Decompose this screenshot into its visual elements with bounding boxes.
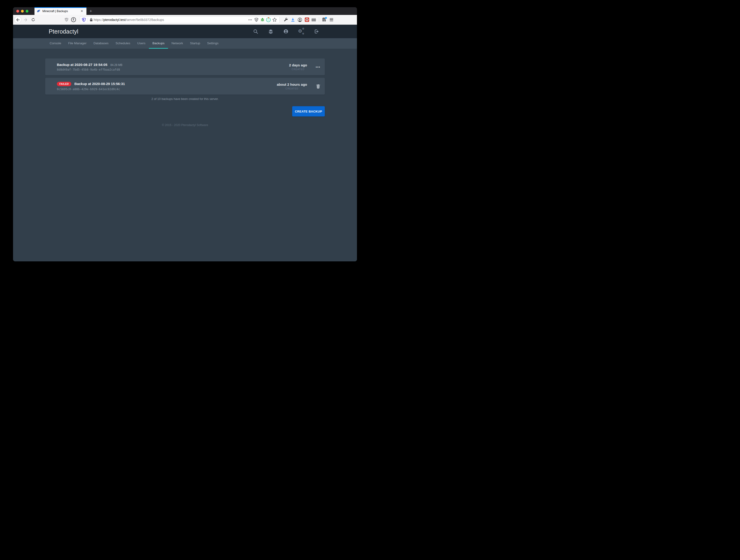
active-tab-indicator: [34, 7, 86, 8]
settings-gears-icon[interactable]: ⚙⚙⚙: [298, 29, 304, 34]
minimize-window-button[interactable]: [21, 10, 24, 13]
fence-icon[interactable]: [310, 16, 317, 23]
user-icon[interactable]: [283, 29, 288, 34]
backup-menu-button[interactable]: •••: [315, 65, 321, 69]
toolbar-extensions: [282, 16, 335, 23]
backup-row: FAILED Backup at 2020-08-29 15:56:31 0c5…: [45, 78, 325, 95]
backup-row: Backup at 2020-08-27 19:54:05 84.28 MB 8…: [45, 59, 325, 75]
copyright-footer: © 2015 - 2020 Pterodactyl Software: [45, 123, 325, 127]
header-icons: ⚙⚙⚙: [253, 29, 325, 34]
forward-button[interactable]: [22, 18, 29, 22]
app-title[interactable]: Pterodactyl: [45, 28, 78, 35]
tab-schedules[interactable]: Schedules: [112, 38, 134, 49]
browser-window: Minecraft | Backups ✕ +: [13, 7, 357, 261]
backup-time: about 2 hours ago CREATED: [277, 83, 307, 90]
create-backup-button[interactable]: CREATE BACKUP: [292, 106, 325, 116]
toolbar-divider: [319, 17, 319, 22]
shield-check-icon[interactable]: [253, 17, 259, 23]
account-icon[interactable]: [296, 16, 303, 23]
page-actions-icon[interactable]: •••: [247, 17, 253, 23]
browser-toolbar: https://pterodactyl.test/server/5e0b3372…: [13, 15, 357, 25]
layers-icon[interactable]: [268, 29, 273, 34]
forward-arrow-icon: [24, 18, 27, 22]
menu-hamburger-icon[interactable]: [328, 16, 335, 23]
server-subnav: Console File Manager Databases Schedules…: [13, 38, 357, 49]
tab-databases[interactable]: Databases: [90, 38, 112, 49]
failed-badge: FAILED: [57, 82, 71, 86]
backup-name: Backup at 2020-08-27 19:54:05: [57, 63, 107, 67]
tab-console[interactable]: Console: [46, 38, 65, 49]
reload-icon: [31, 18, 35, 22]
bug-extension-icon[interactable]: [259, 17, 265, 23]
bookmark-star-icon[interactable]: [271, 17, 278, 23]
gift-icon[interactable]: [321, 16, 328, 23]
url-separator: [88, 18, 88, 22]
back-button[interactable]: [14, 16, 21, 23]
tab-settings[interactable]: Settings: [204, 38, 222, 49]
tab-close-icon[interactable]: ✕: [80, 9, 84, 13]
backup-uuid: 8d8d49af-7bd5-45b8-9a4b-effbaa2cafd8: [57, 68, 289, 71]
pterodactyl-favicon: [37, 9, 40, 13]
trash-icon: [316, 84, 320, 89]
wrench-icon[interactable]: [282, 16, 289, 23]
backup-name: Backup at 2020-08-29 15:56:31: [74, 82, 125, 86]
tab-minecraft-backups[interactable]: Minecraft | Backups ✕: [34, 7, 86, 15]
adblock-shield-icon[interactable]: [63, 16, 70, 23]
backups-content: Backup at 2020-08-27 19:54:05 84.28 MB 8…: [45, 59, 325, 127]
react-devtools-icon[interactable]: [303, 16, 310, 23]
backup-delete-button[interactable]: [315, 84, 321, 89]
lock-icon[interactable]: [89, 18, 93, 22]
url-text: https://pterodactyl.test/server/5e0b3372…: [94, 18, 164, 22]
tab-bar: Minecraft | Backups ✕ +: [13, 7, 357, 15]
tab-file-manager[interactable]: File Manager: [65, 38, 90, 49]
pterodactyl-page: Pterodactyl: [13, 25, 357, 261]
url-bar[interactable]: https://pterodactyl.test/server/5e0b3372…: [80, 16, 280, 23]
tab-backups[interactable]: Backups: [149, 38, 168, 49]
backup-uuid: 0c5695c0-a88b-429e-b929-641ec82d0c4c: [57, 87, 277, 91]
downloads-icon[interactable]: [289, 16, 296, 23]
tab-users[interactable]: Users: [134, 38, 149, 49]
ellipsis-icon: •••: [316, 65, 320, 69]
password-manager-icon[interactable]: [70, 16, 77, 23]
reload-button[interactable]: [29, 18, 36, 22]
tab-network[interactable]: Network: [168, 38, 187, 49]
logout-icon[interactable]: [314, 29, 319, 34]
tab-title: Minecraft | Backups: [42, 10, 80, 13]
zoom-window-button[interactable]: [26, 10, 28, 13]
tracking-protection-shield-icon[interactable]: [82, 17, 86, 22]
url-host: pterodactyl.test: [103, 18, 125, 22]
new-tab-button[interactable]: +: [86, 7, 95, 15]
search-icon[interactable]: [253, 29, 258, 34]
backup-limit-text: 2 of 10 backups have been created for th…: [45, 97, 325, 101]
tab-startup[interactable]: Startup: [186, 38, 204, 49]
backup-time: 2 days ago CREATED: [289, 63, 307, 71]
back-arrow-icon: [16, 18, 20, 22]
target-extension-icon[interactable]: [265, 17, 271, 23]
app-header: Pterodactyl: [13, 25, 357, 38]
backup-size: 84.28 MB: [110, 63, 122, 67]
close-window-button[interactable]: [16, 10, 19, 13]
window-controls: [13, 7, 34, 15]
notification-dot: [325, 17, 327, 19]
